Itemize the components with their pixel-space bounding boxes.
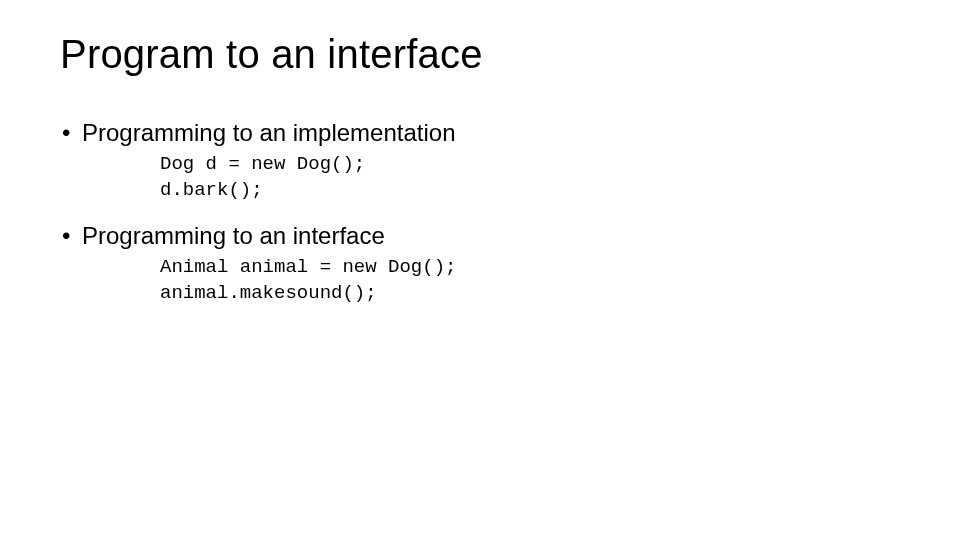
slide-title: Program to an interface (60, 32, 900, 76)
section-implementation: Programming to an implementation Dog d =… (60, 118, 900, 203)
code-implementation: Dog d = new Dog(); d.bark(); (60, 152, 900, 203)
section-interface: Programming to an interface Animal anima… (60, 221, 900, 306)
bullet-interface: Programming to an interface (60, 221, 900, 251)
slide: Program to an interface Programming to a… (0, 0, 960, 540)
bullet-implementation: Programming to an implementation (60, 118, 900, 148)
code-interface: Animal animal = new Dog(); animal.makeso… (60, 255, 900, 306)
